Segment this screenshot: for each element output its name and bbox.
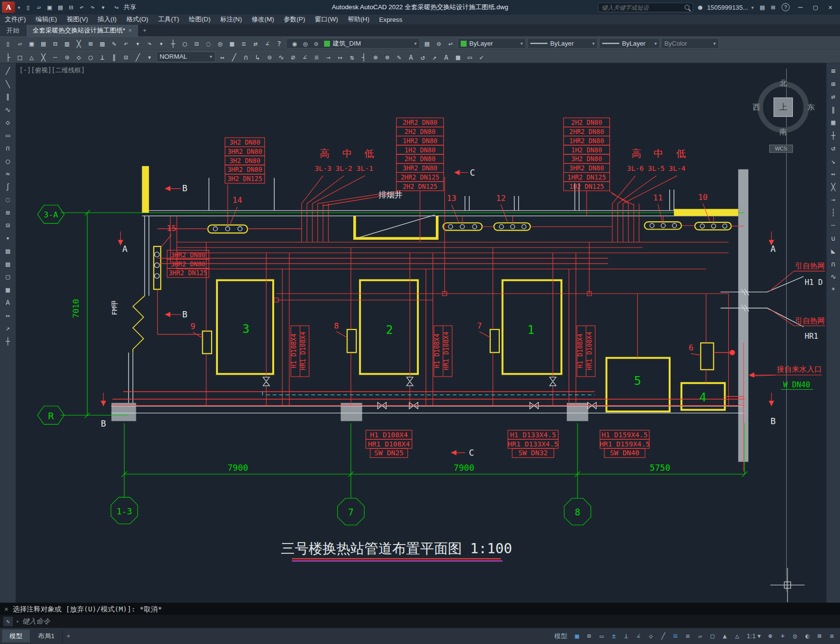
quick-dim-icon[interactable]: ≡ (311, 51, 322, 62)
dimension-icon[interactable]: ↔ (2, 310, 14, 321)
object-snap-tracking-icon[interactable]: ╱ (657, 630, 669, 641)
dim-ordinate-icon[interactable]: ↳ (252, 51, 264, 62)
menu-edit[interactable]: 编辑(E) (31, 15, 62, 25)
undo-icon[interactable]: ↶ (76, 2, 87, 13)
properties-icon[interactable]: ≡ (238, 38, 249, 49)
chamfer-icon[interactable]: ◣ (827, 246, 839, 257)
help-icon[interactable]: ? (782, 3, 790, 12)
qat-menu-icon[interactable]: ▾ (98, 2, 109, 13)
move-icon[interactable]: ┼ (827, 130, 839, 141)
search-icon[interactable] (685, 5, 690, 10)
compass-east[interactable]: 东 (806, 103, 816, 113)
table-icon[interactable]: ▦ (452, 51, 464, 62)
pan-icon[interactable]: ┼ (167, 38, 179, 49)
menu-parametric[interactable]: 参数(P) (279, 15, 310, 25)
field-icon[interactable]: ▭ (464, 51, 476, 62)
menu-view[interactable]: 视图(V) (62, 15, 93, 25)
command-prompt[interactable]: 键入命令 (22, 617, 50, 627)
apps-icon[interactable]: ⊞ (768, 2, 778, 13)
blend-icon[interactable]: ∿ (827, 271, 839, 282)
command-recent-caret-icon[interactable]: ▾ (16, 619, 19, 624)
dim-space-icon[interactable]: ⇅ (346, 51, 358, 62)
autoscale-icon[interactable]: △ (731, 630, 743, 641)
cart-icon[interactable]: ▤ (757, 2, 768, 13)
menu-express[interactable]: Express (374, 15, 407, 25)
snap-settings-icon[interactable]: ▾ (144, 51, 155, 62)
break-point-icon[interactable]: ┆ (827, 207, 839, 218)
redo-icon[interactable]: ↷ (144, 38, 155, 49)
dim-text-edit-icon[interactable]: A (405, 51, 417, 62)
point-icon[interactable]: ∙ (2, 232, 14, 244)
fillet-icon[interactable]: ∩ (827, 258, 839, 269)
dim-arclength-icon[interactable]: ∩ (240, 51, 252, 62)
zoom-realtime-icon[interactable]: ○ (179, 38, 191, 49)
polyline-icon[interactable]: ∿ (2, 104, 14, 115)
layer-dropdown-caret-icon[interactable]: ▾ (414, 41, 417, 46)
cut-icon[interactable]: ╳ (73, 38, 84, 49)
object-snap-icon[interactable]: ⊡ (670, 630, 681, 641)
dim-angular-icon[interactable]: ∠ (299, 51, 311, 62)
save-icon[interactable]: ▣ (44, 2, 55, 13)
divide-icon[interactable]: ┼ (2, 335, 14, 347)
layout1-tab[interactable]: 布局1 (31, 629, 63, 642)
region-icon[interactable]: ▢ (2, 271, 14, 282)
navigation-compass[interactable]: 北 南 西 东 上 (758, 82, 809, 133)
dynamic-input-icon[interactable]: ± (608, 630, 620, 641)
tab-drawing-active[interactable]: 全套采暖热交换站设计施工图纸* × (26, 25, 139, 36)
stretch-icon[interactable]: ↔ (827, 168, 839, 180)
plot-icon[interactable]: ⊟ (49, 38, 61, 49)
plotstyle-dropdown-caret-icon[interactable]: ▾ (713, 41, 716, 46)
new-icon[interactable]: ▯ (2, 38, 14, 49)
lineweight-dropdown[interactable]: ByLayer ▾ (599, 38, 660, 49)
ellipse-icon[interactable]: ◌ (2, 194, 14, 205)
line-icon[interactable]: ╱ (2, 66, 14, 77)
leader-icon[interactable]: ↗ (2, 323, 14, 334)
dim-baseline-icon[interactable]: → (323, 51, 334, 62)
dim-diameter-icon[interactable]: ⌀ (287, 51, 299, 62)
trim-icon[interactable]: ╳ (827, 181, 839, 192)
customize-icon[interactable]: ≡ (826, 630, 838, 641)
redo-caret-icon[interactable]: ▾ (155, 38, 167, 49)
perpendicular-snap-icon[interactable]: ⊥ (97, 51, 108, 62)
dim-jogged-icon[interactable]: ∿ (275, 51, 287, 62)
plot-preview-icon[interactable]: ▥ (61, 38, 73, 49)
maximize-icon[interactable]: ▢ (808, 2, 823, 13)
parallel-snap-icon[interactable]: ∥ (108, 51, 120, 62)
nearest-snap-icon[interactable]: ╱ (132, 51, 144, 62)
search-input[interactable] (602, 4, 683, 10)
tangent-snap-icon[interactable]: ○ (84, 51, 96, 62)
multiline-icon[interactable]: ∥ (2, 91, 14, 102)
color-dropdown-caret-icon[interactable]: ▾ (520, 41, 523, 46)
dim-aligned-icon[interactable]: ╱ (228, 51, 240, 62)
spline-icon[interactable]: ∫ (2, 181, 14, 192)
paste-icon[interactable]: ▧ (97, 38, 108, 49)
center-snap-icon[interactable]: ⊙ (61, 51, 73, 62)
undo-caret-icon[interactable]: ▾ (132, 38, 144, 49)
menu-modify[interactable]: 修改(M) (247, 15, 279, 25)
array-icon[interactable]: ▦ (827, 117, 839, 128)
share-button[interactable]: ↪ 共享 (111, 2, 136, 13)
layer-lock-icon[interactable]: ⊙ (311, 38, 321, 49)
menu-help[interactable]: 帮助(H) (343, 15, 375, 25)
annotation-monitor-icon[interactable]: + (777, 630, 789, 641)
layer-freeze-icon[interactable]: ◎ (300, 38, 311, 49)
style-dropdown-caret-icon[interactable]: ▾ (210, 54, 212, 59)
intersection-snap-icon[interactable]: ╳ (37, 51, 49, 62)
dim-update-icon[interactable]: ↺ (417, 51, 428, 62)
layer-properties-icon[interactable]: ▤ (421, 38, 433, 49)
viewport-controls[interactable]: [-][俯视][二维线框] (19, 66, 85, 75)
snap-from-icon[interactable]: ├ (2, 51, 14, 62)
save-as-icon[interactable]: ▤ (37, 38, 49, 49)
transparency-icon[interactable]: ▱ (694, 630, 706, 641)
menu-tools[interactable]: 工具(T) (153, 15, 184, 25)
extension-snap-icon[interactable]: ┄ (49, 51, 61, 62)
break-icon[interactable]: ┄ (827, 220, 839, 231)
undo-icon[interactable]: ↶ (120, 38, 132, 49)
layer-make-current-icon[interactable]: ⊙ (433, 38, 445, 49)
model-space-canvas[interactable]: 3-AR70107900790057501-378321541514131211… (16, 63, 826, 603)
menu-window[interactable]: 窗口(W) (310, 15, 343, 25)
linetype-dropdown-caret-icon[interactable]: ▾ (592, 41, 594, 46)
minimize-icon[interactable]: ─ (793, 2, 808, 13)
extend-icon[interactable]: → (827, 194, 839, 205)
dwg-compare-icon[interactable]: ⇄ (249, 38, 261, 49)
